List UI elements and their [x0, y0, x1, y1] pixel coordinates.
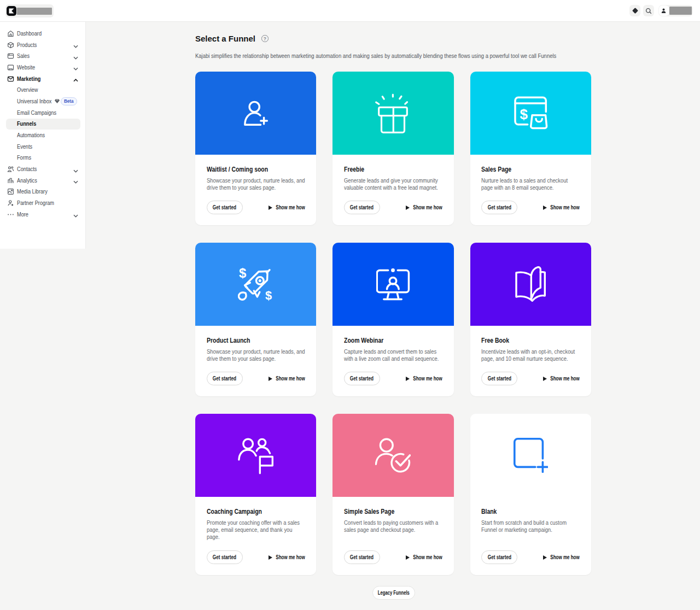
- svg-text:$: $: [265, 289, 272, 301]
- svg-text:$: $: [239, 267, 247, 280]
- svg-text:$: $: [520, 106, 528, 122]
